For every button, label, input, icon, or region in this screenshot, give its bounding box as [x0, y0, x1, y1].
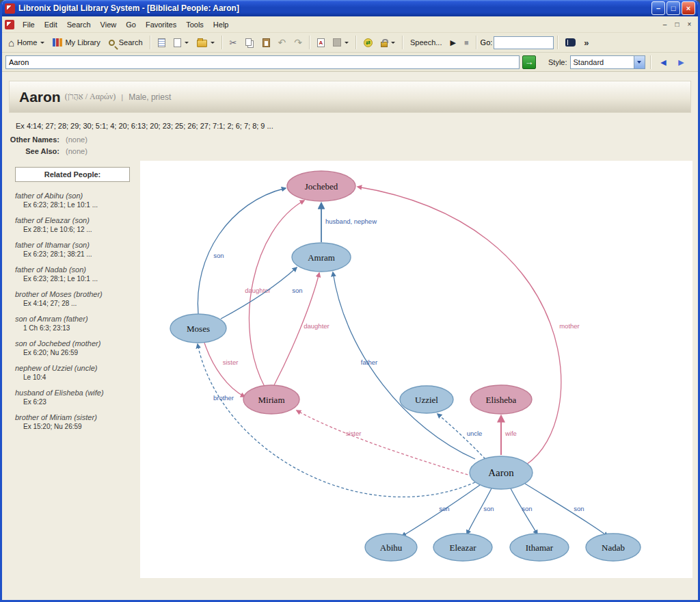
related-item-refs[interactable]: Ex 15:20; Nu 26:59 — [23, 423, 139, 430]
node-uzziel[interactable]: Uzziel — [400, 386, 453, 413]
image-icon — [333, 38, 341, 47]
copy-button[interactable] — [242, 38, 258, 48]
minimize-button[interactable]: – — [651, 1, 665, 15]
menu-file[interactable]: File — [18, 18, 40, 31]
related-item-refs[interactable]: Ex 6:23; 28:1; Le 10:1 ... — [23, 201, 139, 209]
reference-input[interactable] — [5, 55, 520, 69]
cut-button[interactable]: ✂ — [226, 36, 241, 49]
document-icon — [5, 20, 14, 29]
related-item[interactable]: nephew of Uzziel (uncle)Le 10:4 — [15, 364, 139, 381]
node-label-ithamar: Ithamar — [526, 542, 554, 553]
redo-button[interactable]: ↷ — [291, 35, 306, 50]
title-bar[interactable]: Libronix Digital Library System - [Bibli… — [2, 0, 698, 16]
related-item[interactable]: father of Abihu (son)Ex 6:23; 28:1; Le 1… — [15, 192, 139, 209]
related-item-label: brother of Moses (brother) — [15, 290, 139, 298]
related-item-refs[interactable]: Ex 28:1; Le 10:6; 12 ... — [23, 226, 139, 233]
related-item-refs[interactable]: Le 10:4 — [23, 374, 139, 381]
stop-button[interactable]: ■ — [461, 36, 472, 49]
menu-edit[interactable]: Edit — [40, 18, 62, 31]
node-nadab[interactable]: Nadab — [586, 534, 641, 561]
related-item[interactable]: son of Amram (father)1 Ch 6:3; 23:13 — [15, 315, 139, 332]
node-amram[interactable]: Amram — [292, 243, 351, 272]
search-button[interactable]: Search — [105, 36, 146, 49]
undo-button[interactable]: ↶ — [275, 35, 290, 50]
person-meta: Other Names: (none) See Also: (none) — [2, 135, 698, 155]
mdi-restore-button[interactable]: □ — [671, 19, 683, 29]
related-item[interactable]: father of Ithamar (son)Ex 6:23; 28:1; 38… — [15, 241, 139, 258]
related-item-refs[interactable]: Ex 6:23; 28:1; Le 10:1 ... — [23, 275, 139, 283]
paste-button[interactable] — [259, 36, 273, 49]
mdi-close-button[interactable]: × — [684, 19, 695, 29]
close-button[interactable]: × — [682, 1, 695, 15]
related-item[interactable]: son of Jochebed (mother)Ex 6:20; Nu 26:5… — [15, 339, 139, 356]
menu-tools[interactable]: Tools — [181, 18, 208, 31]
related-item[interactable]: brother of Moses (brother)Ex 4:14; 27; 2… — [15, 290, 139, 307]
other-names-label: Other Names: — [2, 135, 59, 144]
library-book-button[interactable] — [562, 36, 579, 49]
report-button[interactable] — [154, 36, 169, 49]
menu-favorites[interactable]: Favorites — [141, 18, 181, 31]
menu-help[interactable]: Help — [208, 18, 234, 31]
menu-items: FileEditSearchViewGoFavoritesToolsHelp — [18, 18, 233, 31]
menu-view[interactable]: View — [96, 18, 122, 31]
chevron-down-icon — [40, 42, 44, 44]
app-window: Libronix Digital Library System - [Bibli… — [0, 0, 700, 602]
lock-button[interactable] — [377, 36, 399, 49]
node-eleazar[interactable]: Eleazar — [433, 534, 492, 561]
edge-label-moses-miriam: sister — [223, 358, 239, 366]
my-library-button[interactable]: My Library — [49, 36, 103, 49]
new-document-button[interactable] — [170, 36, 192, 49]
node-label-elisheba: Elisheba — [486, 395, 517, 405]
node-moses[interactable]: Moses — [170, 314, 226, 343]
node-elisheba[interactable]: Elisheba — [470, 385, 532, 414]
related-item[interactable]: husband of Elisheba (wife)Ex 6:23 — [15, 389, 139, 406]
play-button[interactable]: ▶ — [446, 36, 459, 49]
forward-button[interactable]: ► — [673, 57, 688, 68]
menu-search[interactable]: Search — [62, 18, 96, 31]
related-item-label: son of Jochebed (mother) — [15, 339, 139, 348]
go-button[interactable]: → — [522, 55, 536, 69]
chevron-down-icon — [345, 42, 349, 44]
node-jochebed[interactable]: Jochebed — [287, 171, 355, 201]
related-item-refs[interactable]: Ex 6:20; Nu 26:59 — [23, 349, 139, 356]
edge-label-aaron-elisheba: wife — [504, 430, 517, 437]
back-button[interactable]: ◄ — [656, 57, 671, 68]
related-item-refs[interactable]: Ex 6:23; 28:1; 38:21 ... — [23, 250, 139, 258]
node-abihu[interactable]: Abihu — [365, 534, 417, 561]
node-miriam[interactable]: Miriam — [243, 385, 299, 414]
node-label-moses: Moses — [187, 324, 210, 334]
search-label: Search — [119, 38, 143, 47]
speech-button[interactable]: Speech... — [407, 36, 445, 49]
image-button[interactable] — [329, 36, 352, 49]
related-item[interactable]: father of Eleazar (son)Ex 28:1; Le 10:6;… — [15, 216, 139, 233]
search-icon — [109, 40, 115, 46]
see-also-value: (none) — [66, 147, 88, 155]
related-item-refs[interactable]: Ex 4:14; 27; 28 ... — [23, 300, 139, 307]
node-aaron[interactable]: Aaron — [470, 456, 533, 489]
node-ithamar[interactable]: Ithamar — [510, 534, 569, 561]
book-icon — [565, 38, 576, 47]
node-label-eleazar: Eleazar — [450, 542, 477, 553]
mdi-minimize-button[interactable]: – — [659, 19, 671, 29]
app-logo-icon — [5, 3, 15, 14]
related-item-refs[interactable]: Ex 6:23 — [23, 398, 139, 406]
node-label-amram: Amram — [308, 252, 335, 263]
maximize-button[interactable]: □ — [667, 1, 680, 15]
related-people-title: Related People: — [44, 170, 101, 179]
related-item[interactable]: father of Nadab (son)Ex 6:23; 28:1; Le 1… — [15, 265, 139, 283]
style-select[interactable]: Standard — [570, 55, 645, 69]
home-button[interactable]: ⌂ Home — [5, 36, 48, 49]
go-input[interactable] — [494, 36, 554, 49]
related-item-refs[interactable]: 1 Ch 6:3; 23:13 — [23, 324, 139, 332]
related-item[interactable]: brother of Miriam (sister)Ex 15:20; Nu 2… — [15, 413, 139, 430]
open-button[interactable] — [193, 36, 218, 49]
sync-button[interactable]: ⇄ — [360, 36, 376, 49]
menu-go[interactable]: Go — [121, 18, 141, 31]
separator — [476, 36, 477, 49]
edge-label-moses-amram: son — [292, 287, 302, 294]
reference-list[interactable]: Ex 4:14; 27; 28; 29; 30; 5:1; 4; 20; 6:1… — [16, 122, 698, 130]
person-header: Aaron (אַהֲרֹן / Ααρών) | Male, priest — [9, 81, 691, 113]
related-list: father of Abihu (son)Ex 6:23; 28:1; Le 1… — [15, 192, 139, 438]
text-report-button[interactable]: A — [314, 36, 328, 49]
toolbar-overflow-button[interactable]: » — [580, 36, 592, 50]
